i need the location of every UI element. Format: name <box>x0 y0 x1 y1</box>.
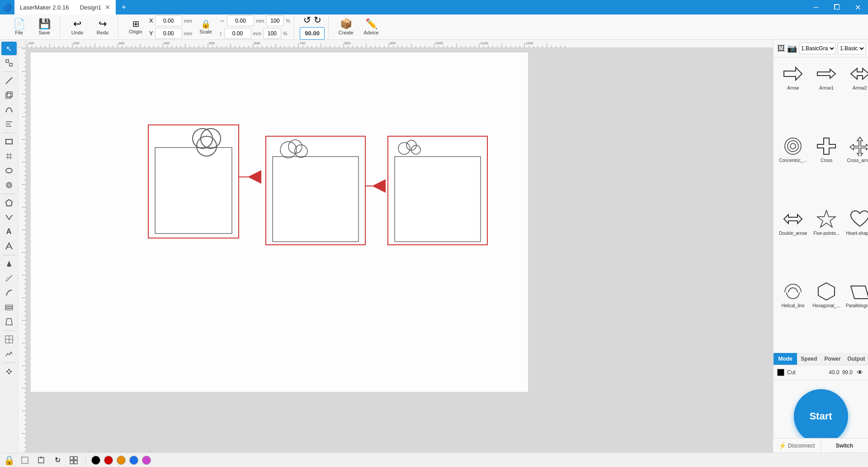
svg-rect-272 <box>395 157 481 242</box>
table-tool[interactable] <box>1 333 17 346</box>
add-tab-button[interactable]: + <box>118 1 130 14</box>
design-tab[interactable]: Design1 ✕ <box>74 0 116 14</box>
helical-shape-label: Helical_line <box>782 303 805 308</box>
shape-item-helical[interactable]: Helical_line <box>777 279 809 349</box>
speed-tab[interactable]: Speed <box>797 353 821 365</box>
undo-button[interactable]: ↩ Undo <box>66 16 89 38</box>
shape-item-hexagonal[interactable]: Hexagonal_... <box>811 279 842 349</box>
create-button[interactable]: 📦 Create <box>334 16 358 38</box>
y-input[interactable] <box>155 28 182 39</box>
rotate-buttons: ↺ ↻ <box>303 14 321 25</box>
redo-button[interactable]: ↪ Redo <box>91 16 114 38</box>
tab-close-button[interactable]: ✕ <box>105 4 110 11</box>
vertical-ruler <box>18 48 26 453</box>
grid-view-button[interactable] <box>67 454 80 467</box>
text-tool[interactable]: A <box>1 225 17 238</box>
shape-item-heart[interactable]: Heart-shaped <box>844 206 868 277</box>
rotate-cw-button[interactable]: ↻ <box>314 14 321 25</box>
polygon-tool[interactable] <box>1 196 17 210</box>
select-all-button[interactable] <box>19 454 31 467</box>
zoom-fit-button[interactable] <box>35 454 47 467</box>
w-row: ↔ mm % <box>219 15 290 26</box>
color-orange[interactable] <box>117 456 126 465</box>
w-pct-input[interactable] <box>266 15 284 26</box>
particles-tool[interactable] <box>1 365 17 378</box>
svg-rect-293 <box>70 461 73 464</box>
color-purple[interactable] <box>142 456 151 465</box>
perspective-tool[interactable] <box>1 315 17 329</box>
color-black[interactable] <box>91 456 100 465</box>
svg-rect-294 <box>74 461 77 464</box>
shape-item-double-arrow[interactable]: Double_arrow <box>777 206 809 277</box>
shapes-grid: Arrow Arrow1 Arrow2 Concen <box>774 57 868 353</box>
offset-tool[interactable] <box>1 178 17 192</box>
bezier-tool[interactable] <box>1 103 17 116</box>
ellipse-tool[interactable] <box>1 164 17 177</box>
w-unit: mm <box>256 18 264 24</box>
switch-button[interactable]: Switch <box>821 438 868 453</box>
shape-item-arrow1[interactable]: Arrow1 <box>811 61 842 132</box>
arrow-shape-preview <box>782 64 804 84</box>
shape-item-arrow[interactable]: Arrow <box>777 61 809 132</box>
rotate-value-input[interactable] <box>300 27 325 40</box>
svg-marker-284 <box>817 210 835 227</box>
svg-text:100: 100 <box>28 41 34 45</box>
scale-button[interactable]: 🔒 Scale <box>194 16 217 38</box>
layer-color-swatch[interactable] <box>777 369 784 376</box>
panel-camera-icon[interactable]: 📷 <box>787 43 797 53</box>
minimize-button[interactable]: ─ <box>806 0 826 14</box>
h-input[interactable] <box>224 28 251 39</box>
shape-subcategory-dropdown[interactable]: 1.Basic <box>838 43 866 54</box>
shape-item-arrow2[interactable]: Arrow2 <box>844 61 868 132</box>
origin-button[interactable]: ⊞ Origin <box>124 16 147 38</box>
select-node-tool[interactable] <box>1 56 17 70</box>
flip-tool[interactable] <box>1 210 17 224</box>
select-tool[interactable]: ↖ <box>1 42 17 55</box>
shape-item-five-star[interactable]: Five-pointe... <box>811 206 842 277</box>
canvas-container[interactable]: 100200300400500600700800900100011001200 <box>18 40 773 453</box>
x-input[interactable] <box>155 15 182 26</box>
close-window-button[interactable]: ✕ <box>847 0 868 14</box>
shape-item-cross[interactable]: Cross <box>811 133 842 204</box>
mode-tab[interactable]: Mode <box>774 353 797 365</box>
draw-tool[interactable] <box>1 286 17 300</box>
advice-button[interactable]: ✏️ Advice <box>359 16 383 38</box>
h-pct-input[interactable] <box>263 28 281 39</box>
tool-separator-4 <box>3 255 15 255</box>
canvas[interactable] <box>26 48 773 453</box>
shape-item-cross-arrow[interactable]: Cross_arrow <box>844 133 868 204</box>
panel-screenshot-icon[interactable]: 🖼 <box>777 44 785 53</box>
shape-item-concentric[interactable]: Concentric_... <box>777 133 809 204</box>
power-tab[interactable]: Power <box>821 353 844 365</box>
grid-tool[interactable] <box>1 149 17 163</box>
layers-tool[interactable] <box>1 300 17 314</box>
align-tool[interactable] <box>1 117 17 131</box>
undo-icon: ↩ <box>73 19 81 29</box>
output-tab[interactable]: Output <box>844 353 868 365</box>
bottom-bar: 🔒 ↻ <box>0 453 868 467</box>
fill-tool[interactable] <box>1 257 17 271</box>
start-button[interactable]: Start <box>794 389 848 443</box>
rect-tool[interactable] <box>1 135 17 148</box>
rotate-ccw-button[interactable]: ↺ <box>303 14 311 25</box>
svg-line-18 <box>6 275 12 281</box>
path-tool[interactable] <box>1 239 17 253</box>
svg-rect-3 <box>6 93 11 98</box>
save-button[interactable]: 💾 Save <box>33 16 56 38</box>
restore-button[interactable]: ⧠ <box>826 0 847 14</box>
file-button[interactable]: 📄 File <box>7 16 31 38</box>
w-input[interactable] <box>227 15 254 26</box>
shape-item-parallelogram[interactable]: Parallelogram <box>844 279 868 349</box>
disconnect-button[interactable]: ⚡ Disconnect <box>773 438 821 453</box>
layer-visibility-button[interactable]: 👁 <box>855 368 864 377</box>
color-red[interactable] <box>104 456 113 465</box>
color-blue[interactable] <box>129 456 138 465</box>
refresh-button[interactable]: ↻ <box>51 454 64 467</box>
measure-tool[interactable] <box>1 272 17 285</box>
svg-line-19 <box>6 276 9 279</box>
camera-path-tool[interactable] <box>1 347 17 361</box>
layer-power-value: 99.0 <box>842 369 853 376</box>
shape-category-dropdown[interactable]: 1.BasicGra <box>799 43 836 54</box>
line-tool[interactable] <box>1 74 17 87</box>
copy-tool[interactable] <box>1 88 17 102</box>
